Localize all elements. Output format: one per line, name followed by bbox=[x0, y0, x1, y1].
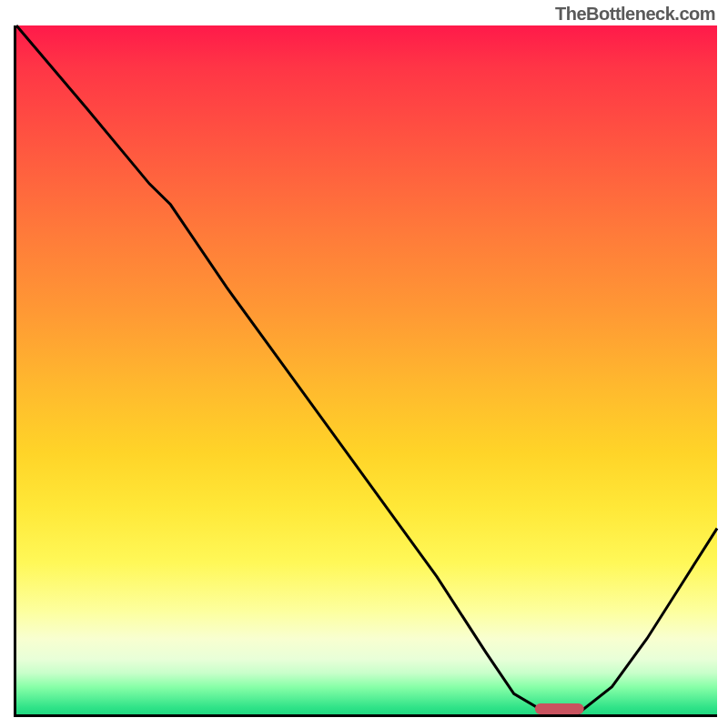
attribution-label: TheBottleneck.com bbox=[555, 4, 715, 25]
optimal-marker bbox=[16, 25, 717, 714]
svg-rect-0 bbox=[535, 703, 584, 714]
plot-area bbox=[14, 25, 717, 717]
chart-container: TheBottleneck.com bbox=[0, 0, 728, 728]
